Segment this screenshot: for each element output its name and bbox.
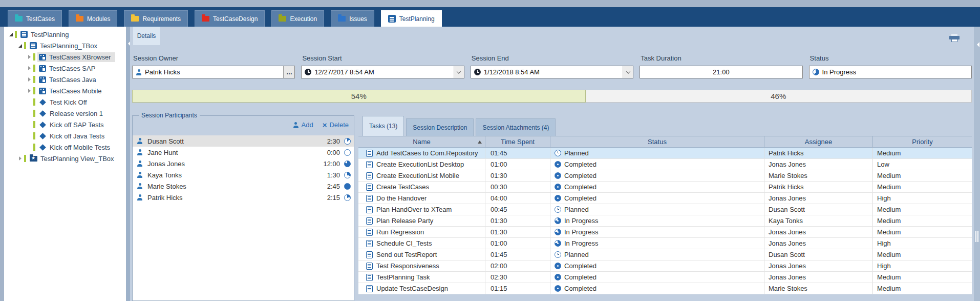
task-row[interactable]: Plan Release Party 01:30 In Progress Kay… [358,215,972,227]
task-row[interactable]: TestPlanning Task 02:30 Completed Jonas … [358,272,972,283]
participant-row[interactable]: Kaya Tonks 1:30 [133,169,354,180]
tree-item-label: Kick off SAP Tests [50,121,104,129]
task-time-spent: 01:00 [491,160,507,168]
document-tab[interactable]: TestCaseDesign × [195,10,265,27]
row-expander-icon[interactable] [360,218,365,223]
task-row[interactable]: Create ExecutionList Desktop 01:00 Compl… [358,159,972,170]
tree-item[interactable]: TestPlanning [4,29,126,40]
tree-expander-icon[interactable] [27,54,32,60]
document-tab[interactable]: Modules × [69,10,117,27]
task-row[interactable]: Send out TestReport 01:45 Planned Dusan … [358,249,972,260]
tree-item[interactable]: TestCases XBrowser [4,51,126,63]
row-expander-icon[interactable] [360,151,365,155]
tree-item[interactable]: Kick off SAP Tests [4,119,126,130]
participant-clock-icon [344,183,351,190]
participant-row[interactable]: Jane Hunt 0:00 [133,147,354,158]
splitter-grip[interactable] [975,231,976,242]
session-start-dropdown[interactable] [454,66,464,78]
column-header-assignee[interactable]: Assignee [764,136,873,147]
row-expander-icon[interactable] [360,185,365,189]
column-header-name[interactable]: Name [358,136,485,147]
task-duration-value: 21:00 [640,68,802,76]
tree-item-label: TestCases SAP [49,65,95,72]
task-row[interactable]: Update TestCaseDesign 01:15 Completed Ma… [358,283,972,294]
tasks-tab[interactable]: Session Description [406,118,474,136]
task-row[interactable]: Do the Handover 04:00 Completed Jonas Jo… [358,193,972,204]
row-expander-icon[interactable] [360,207,365,212]
row-expander-icon[interactable] [360,241,365,246]
tree-item[interactable]: TestCases Java [4,74,126,85]
participant-row[interactable]: Marie Stokes 2:45 [133,180,354,192]
participant-row[interactable]: Jonas Jones 12:00 [133,158,354,169]
form-fields: Patrik Hicks … 12/27/2017 8:54 AM 1/12/2… [132,66,972,78]
tree-item[interactable]: TestCases Mobile [4,85,126,96]
collapse-left-icon[interactable] [974,42,979,47]
task-document-icon [366,206,373,213]
tree-item[interactable]: Kick off Java Tests [4,130,126,142]
tab-details[interactable]: Details [133,27,160,45]
column-header-status[interactable]: Status [550,136,764,147]
right-panel-strip[interactable] [974,27,980,301]
tree-item[interactable]: TestPlanning_TBox [4,40,126,51]
task-row[interactable]: Schedule CI_Tests 01:00 In Progress Jona… [358,238,972,249]
tree-node-icon [39,88,46,94]
add-participant-button[interactable]: Add [293,121,313,129]
row-expander-icon[interactable] [360,252,365,257]
tree-expander-icon[interactable] [27,66,32,71]
tree-expander-icon[interactable] [8,32,14,37]
print-icon[interactable] [949,33,960,42]
task-assignee: Marie Stokes [769,285,807,292]
tree-expander-icon[interactable] [27,145,32,150]
row-expander-icon[interactable] [360,162,365,167]
tree-expander-icon[interactable] [27,88,32,94]
row-expander-icon[interactable] [360,196,365,200]
task-row[interactable]: Run Regression 01:30 In Progress Jonas J… [358,227,972,238]
row-expander-icon[interactable] [360,230,365,234]
status-field[interactable]: In Progress [809,66,972,78]
tree-expander-icon[interactable] [27,133,32,139]
browse-owner-button[interactable]: … [283,66,294,78]
tree-expander-icon[interactable] [27,77,32,83]
document-tab[interactable]: Issues × [331,10,374,27]
participant-row[interactable]: Dusan Scott 2:30 [133,135,354,147]
tree-item[interactable]: Test Kick Off [4,96,126,108]
tree-expander-icon[interactable] [17,43,23,49]
session-end-dropdown[interactable] [623,66,633,78]
tree-item[interactable]: Kick off Mobile Tests [4,142,126,153]
tree-expander-icon[interactable] [27,99,32,105]
task-row[interactable]: Add TestCases to Com.Repository 01:45 Pl… [358,148,972,159]
task-duration-field[interactable]: 21:00 [640,66,802,78]
tree-item[interactable]: Release version 1 [4,108,126,119]
tasks-tab[interactable]: Tasks (13) [363,116,404,136]
document-tab[interactable]: Execution × [271,10,324,27]
row-expander-icon[interactable] [360,286,365,291]
tasks-tab[interactable]: Session Attachments (4) [476,118,556,136]
testplanning-details-panel: Details Session Owner Session Start Sess… [130,27,974,301]
column-header-priority[interactable]: Priority [873,136,972,147]
column-header-time-spent[interactable]: Time Spent [485,136,550,147]
row-expander-icon[interactable] [360,173,365,178]
task-row[interactable]: Create ExecutionList Mobile 01:30 Comple… [358,170,972,182]
delete-participant-button[interactable]: × Delete [323,121,349,129]
task-row[interactable]: Plan HandOver to XTeam 00:45 Planned Dus… [358,204,972,215]
task-row[interactable]: Test Responsiveness 02:00 Completed Jona… [358,260,972,272]
session-owner-field[interactable]: Patrik Hicks … [132,66,295,78]
participant-row[interactable]: Patrik Hicks 2:15 [133,192,354,203]
tree-expander-icon[interactable] [27,122,32,128]
document-tab[interactable]: TestPlanning × [381,10,442,27]
tree-expander-icon[interactable] [27,111,32,116]
session-start-field[interactable]: 12/27/2017 8:54 AM [301,66,464,78]
row-expander-icon[interactable] [360,264,365,268]
application-window: TestCases × Modules × Requirements × Tes… [0,0,980,301]
participant-time: 0:00 [327,149,340,156]
row-expander-icon[interactable] [360,275,365,279]
document-tab[interactable]: Requirements × [124,10,188,27]
document-tab[interactable]: TestCases × [8,10,62,27]
tree-item[interactable]: TestCases SAP [4,63,126,74]
task-row[interactable]: Create TestCases 00:30 Completed Patrik … [358,182,972,193]
tree-splitter[interactable] [126,27,130,301]
participant-name: Dusan Scott [147,137,327,145]
tree-expander-icon[interactable] [17,156,23,162]
tree-item[interactable]: TestPlanning View_TBox [4,153,126,164]
session-end-field[interactable]: 1/12/2018 8:54 AM [471,66,633,78]
